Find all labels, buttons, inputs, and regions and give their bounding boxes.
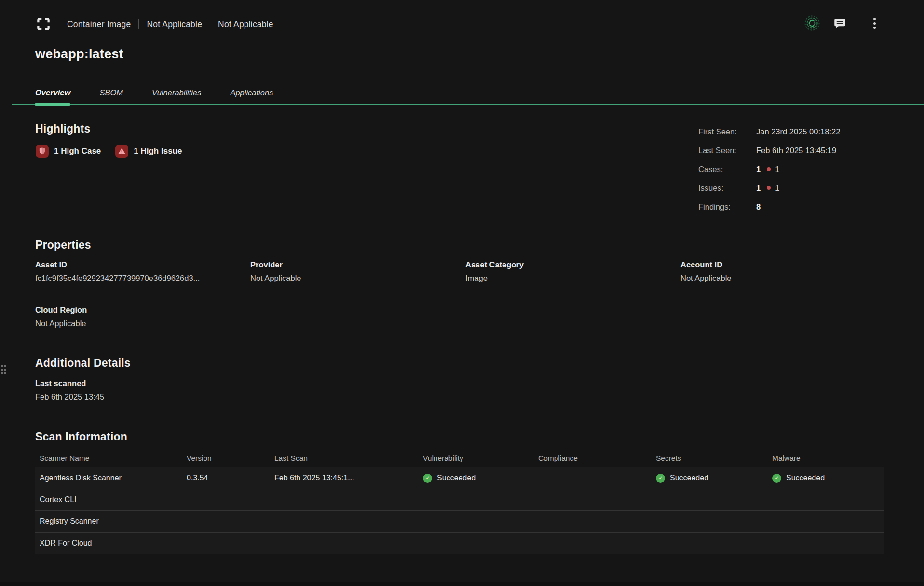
summary-value: 1 [756, 184, 761, 193]
header-separator [858, 16, 858, 30]
summary-label: Issues: [698, 184, 756, 193]
highlight-badges: 1 High Case1 High Issue [36, 145, 182, 158]
tab-applications[interactable]: Applications [230, 88, 273, 104]
kebab-menu-icon[interactable] [870, 16, 879, 30]
summary-value-secondary: 1 [775, 165, 779, 174]
summary-label: First Seen: [698, 127, 756, 136]
highlights-heading: Highlights [35, 122, 90, 135]
field-label: Asset ID [35, 260, 250, 269]
column-header-vulnerability: Vulnerability [418, 454, 533, 463]
summary-row: First Seen:Jan 23rd 2025 00:18:22 [698, 126, 907, 137]
case-shield-icon [36, 145, 49, 158]
breadcrumb-asset-type: Container Image [67, 19, 131, 29]
field-label: Cloud Region [35, 306, 250, 315]
breadcrumb-item-3: Not Applicable [218, 19, 273, 29]
table-cell: Succeeded [651, 474, 767, 483]
panel-drag-handle[interactable] [1, 365, 6, 374]
field-label: Account ID [680, 260, 896, 269]
issue-warning-icon [115, 145, 128, 158]
table-cell: Cortex CLI [35, 495, 182, 504]
column-header-malware: Malware [767, 454, 884, 463]
table-cell: Registry Scanner [35, 517, 182, 526]
breadcrumb-separator [210, 19, 210, 29]
breadcrumb-item-2: Not Applicable [147, 19, 202, 29]
summary-label: Findings: [698, 202, 756, 212]
field-label: Last scanned [35, 379, 104, 388]
field-value: Image [465, 274, 680, 283]
table-cell: Succeeded [418, 474, 533, 483]
additional-details-field: Last scanned Feb 6th 2025 13:45 [35, 379, 104, 401]
additional-details-heading: Additional Details [35, 357, 131, 370]
summary-value: 8 [756, 202, 761, 212]
scan-information-heading: Scan Information [35, 430, 127, 443]
scan-information-table: Scanner NameVersionLast ScanVulnerabilit… [35, 450, 884, 554]
status-text: Succeeded [437, 474, 476, 482]
summary-value: Feb 6th 2025 13:45:19 [756, 146, 836, 155]
summary-value-secondary: 1 [775, 184, 779, 193]
breadcrumb-separator [138, 19, 139, 29]
column-header-compliance: Compliance [533, 454, 651, 463]
red-dot-icon [767, 167, 771, 171]
properties-heading: Properties [35, 239, 91, 252]
red-dot-icon [767, 186, 771, 190]
ai-copilot-icon[interactable] [803, 14, 821, 32]
property-field: Asset IDfc1fc9f35c4fe929234277739970e36d… [35, 260, 250, 283]
table-cell: Agentless Disk Scanner [35, 474, 182, 482]
breadcrumb-separator [59, 19, 59, 29]
tabs: OverviewSBOMVulnerabilitiesApplications [35, 88, 302, 104]
table-cell: Succeeded [767, 474, 884, 483]
badge-label: 1 High Case [54, 146, 101, 156]
properties-grid: Asset IDfc1fc9f35c4fe929234277739970e36d… [35, 260, 896, 328]
property-field: Account IDNot Applicable [680, 260, 896, 283]
page-title: webapp:latest [35, 47, 123, 62]
asset-overview-page: Container Image Not Applicable Not Appli… [0, 0, 924, 586]
table-header-row: Scanner NameVersionLast ScanVulnerabilit… [35, 450, 884, 467]
table-cell: 0.3.54 [182, 474, 270, 482]
property-field: Cloud RegionNot Applicable [35, 306, 250, 328]
summary-row: Issues:11 [698, 183, 907, 193]
success-check-icon [423, 474, 432, 483]
table-row: Registry Scanner [35, 511, 884, 533]
property-field: Asset CategoryImage [465, 260, 680, 283]
summary-label: Last Seen: [698, 146, 756, 155]
summary-value: Jan 23rd 2025 00:18:22 [756, 127, 840, 136]
column-header-secrets: Secrets [651, 454, 767, 463]
field-value: Feb 6th 2025 13:45 [35, 392, 104, 401]
summary-value: 1 [756, 165, 761, 174]
tab-sbom[interactable]: SBOM [99, 88, 123, 104]
tab-vulnerabilities[interactable]: Vulnerabilities [152, 88, 201, 104]
highlight-badge-2[interactable]: 1 High Issue [115, 145, 182, 158]
table-cell: Feb 6th 2025 13:45:1... [270, 474, 418, 482]
summary-row: Last Seen:Feb 6th 2025 13:45:19 [698, 145, 907, 156]
highlight-badge-1[interactable]: 1 High Case [36, 145, 101, 158]
bottom-scrollbar-track[interactable] [0, 582, 924, 586]
success-check-icon [656, 474, 665, 483]
badge-label: 1 High Issue [134, 146, 182, 156]
container-image-corners-icon [36, 16, 51, 32]
table-cell: XDR For Cloud [35, 539, 182, 547]
table-row: Agentless Disk Scanner0.3.54Feb 6th 2025… [35, 467, 884, 489]
chat-icon[interactable] [833, 16, 846, 30]
table-row: Cortex CLI [35, 489, 884, 511]
breadcrumb: Container Image Not Applicable Not Appli… [36, 14, 273, 34]
success-check-icon [772, 474, 781, 483]
field-label: Provider [250, 260, 465, 269]
column-header-last-scan: Last Scan [270, 454, 418, 463]
tab-overview[interactable]: Overview [35, 88, 70, 104]
property-field: ProviderNot Applicable [250, 260, 465, 283]
field-value: Not Applicable [680, 274, 896, 283]
field-value: fc1fc9f35c4fe929234277739970e36d9626d3..… [35, 274, 250, 283]
field-value: Not Applicable [250, 274, 465, 283]
status-text: Succeeded [670, 474, 708, 482]
column-header-version: Version [182, 454, 270, 463]
tabs-underline [12, 104, 924, 105]
summary-label: Cases: [698, 165, 756, 174]
header-actions [803, 13, 879, 34]
field-label: Asset Category [465, 260, 680, 269]
column-header-scanner-name: Scanner Name [35, 454, 182, 463]
status-text: Succeeded [786, 474, 825, 482]
table-row: XDR For Cloud [35, 533, 884, 554]
active-tab-indicator [35, 103, 70, 106]
summary-row: Cases:11 [698, 164, 907, 174]
field-value: Not Applicable [35, 319, 250, 328]
